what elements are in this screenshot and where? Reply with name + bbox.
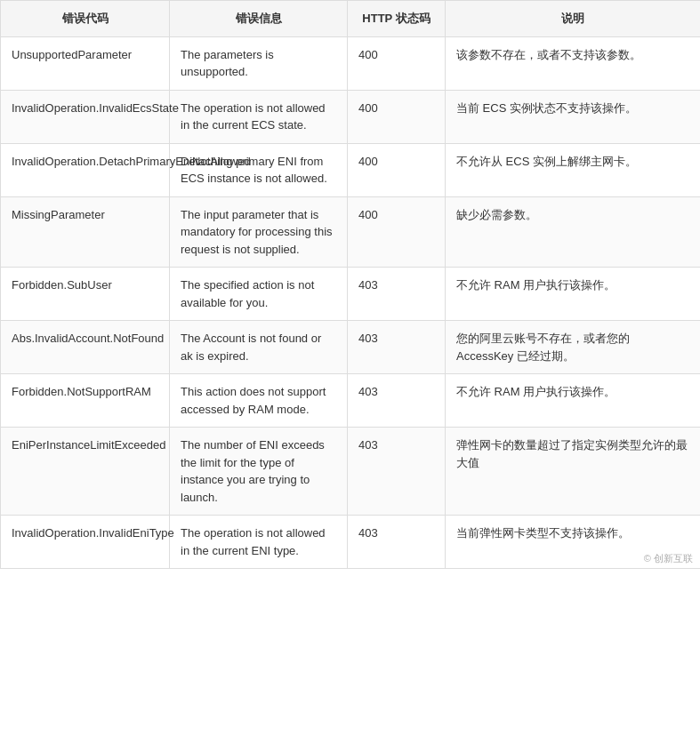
table-row: InvalidOperation.DetachPrimaryEniNotAllo… <box>1 143 701 196</box>
cell-message: The Account is not found or ak is expire… <box>170 321 348 374</box>
cell-http: 403 <box>348 374 446 428</box>
cell-message: This action does not support accessed by… <box>170 374 348 428</box>
cell-description: 不允许 RAM 用户执行该操作。 <box>446 374 701 428</box>
cell-code: EniPerInstanceLimitExceeded <box>1 428 170 516</box>
cell-message: The operation is not allowed in the curr… <box>170 516 348 569</box>
cell-http: 403 <box>348 321 446 374</box>
header-http: HTTP 状态码 <box>348 1 446 37</box>
header-code: 错误代码 <box>1 1 170 37</box>
table-row: MissingParameterThe input parameter that… <box>1 196 701 268</box>
cell-code: Forbidden.NotSupportRAM <box>1 374 170 428</box>
cell-description: 您的阿里云账号不存在，或者您的 AccessKey 已经过期。 <box>446 321 701 374</box>
cell-http: 400 <box>348 143 446 196</box>
cell-http: 400 <box>348 36 446 90</box>
cell-http: 400 <box>348 196 446 268</box>
table-row: UnsupportedParameterThe parameters is un… <box>1 36 701 90</box>
cell-description: 当前 ECS 实例状态不支持该操作。 <box>446 90 701 143</box>
cell-code: Forbidden.SubUser <box>1 268 170 321</box>
cell-http: 403 <box>348 516 446 569</box>
cell-code: Abs.InvalidAccount.NotFound <box>1 321 170 374</box>
cell-code: InvalidOperation.InvalidEniType <box>1 516 170 569</box>
cell-message: Detaching primary ENI from ECS instance … <box>170 143 348 196</box>
cell-http: 400 <box>348 90 446 143</box>
cell-http: 403 <box>348 428 446 516</box>
cell-message: The input parameter that is mandatory fo… <box>170 196 348 268</box>
cell-message: The specified action is not available fo… <box>170 268 348 321</box>
watermark: © 创新互联 <box>644 552 693 565</box>
table-row: InvalidOperation.InvalidEcsStateThe oper… <box>1 90 701 143</box>
cell-code: MissingParameter <box>1 196 170 268</box>
cell-description: 该参数不存在，或者不支持该参数。 <box>446 36 701 90</box>
cell-code: UnsupportedParameter <box>1 36 170 90</box>
table-row: InvalidOperation.InvalidEniTypeThe opera… <box>1 516 701 569</box>
cell-description: 弹性网卡的数量超过了指定实例类型允许的最大值 <box>446 428 701 516</box>
table-row: Forbidden.SubUserThe specified action is… <box>1 268 701 321</box>
cell-http: 403 <box>348 268 446 321</box>
cell-description: 缺少必需参数。 <box>446 196 701 268</box>
header-description: 说明 <box>446 1 701 37</box>
cell-description: 不允许从 ECS 实例上解绑主网卡。 <box>446 143 701 196</box>
table-row: EniPerInstanceLimitExceededThe number of… <box>1 428 701 516</box>
cell-message: The number of ENI exceeds the limit for … <box>170 428 348 516</box>
cell-code: InvalidOperation.DetachPrimaryEniNotAllo… <box>1 143 170 196</box>
header-message: 错误信息 <box>170 1 348 37</box>
cell-message: The parameters is unsupported. <box>170 36 348 90</box>
cell-message: The operation is not allowed in the curr… <box>170 90 348 143</box>
cell-description: 不允许 RAM 用户执行该操作。 <box>446 268 701 321</box>
table-row: Abs.InvalidAccount.NotFoundThe Account i… <box>1 321 701 374</box>
cell-code: InvalidOperation.InvalidEcsState <box>1 90 170 143</box>
table-row: Forbidden.NotSupportRAMThis action does … <box>1 374 701 428</box>
